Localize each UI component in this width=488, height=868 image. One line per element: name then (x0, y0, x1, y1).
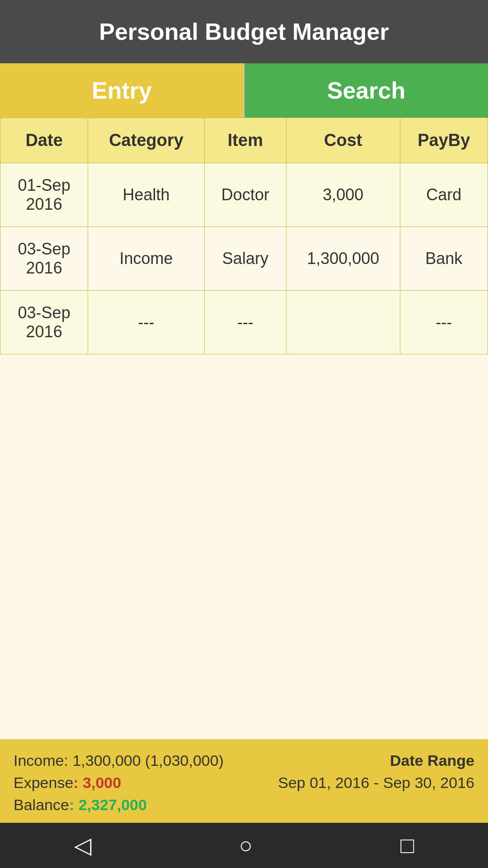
footer-right: Date Range Sep 01, 2016 - Sep 30, 2016 (278, 752, 474, 792)
col-header-date: Date (0, 118, 88, 163)
col-header-cost: Cost (286, 118, 400, 163)
tab-search[interactable]: Search (244, 63, 488, 118)
square-icon[interactable]: □ (400, 832, 414, 859)
col-header-category: Category (88, 118, 205, 163)
table-container: Date Category Item Cost PayBy 01-Sep 201… (0, 118, 488, 739)
tab-entry[interactable]: Entry (0, 63, 244, 118)
col-header-payby: PayBy (400, 118, 488, 163)
table-row[interactable]: 03-Sep 2016--------- (0, 291, 488, 354)
table-row[interactable]: 01-Sep 2016HealthDoctor3,000Card (0, 163, 488, 227)
table-row[interactable]: 03-Sep 2016IncomeSalary1,300,000Bank (0, 227, 488, 291)
footer-date-range-value: Sep 01, 2016 - Sep 30, 2016 (278, 774, 474, 792)
footer-income: Income: 1,300,000 (1,030,000) (14, 752, 224, 769)
footer-balance: Balance: 2,327,000 (14, 796, 224, 814)
footer: Income: 1,300,000 (1,030,000) Expense: 3… (0, 739, 488, 823)
footer-left: Income: 1,300,000 (1,030,000) Expense: 3… (14, 752, 224, 814)
back-icon[interactable]: ◁ (74, 832, 91, 859)
nav-bar: ◁ ○ □ (0, 823, 488, 868)
footer-date-range-label: Date Range (278, 752, 474, 769)
home-icon[interactable]: ○ (239, 832, 253, 859)
footer-expense: Expense: 3,000 (14, 774, 224, 792)
app-title: Personal Budget Manager (0, 0, 488, 63)
col-header-item: Item (204, 118, 286, 163)
